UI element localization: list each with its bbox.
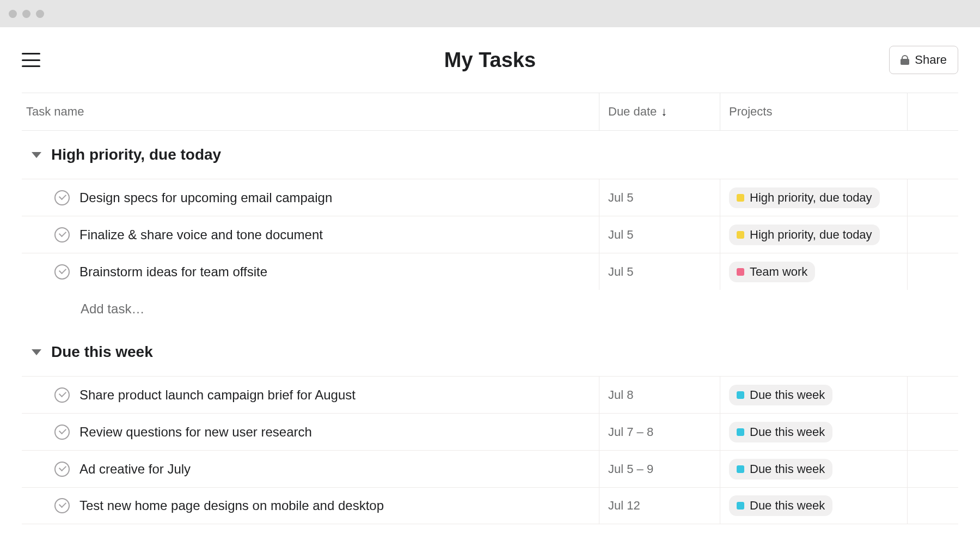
section-header[interactable]: High priority, due today <box>22 146 958 179</box>
project-pill[interactable]: Team work <box>729 262 815 282</box>
task-name: Ad creative for July <box>79 462 191 477</box>
row-spacer <box>907 451 958 487</box>
task-row[interactable]: Share product launch campaign brief for … <box>22 376 958 413</box>
project-pill[interactable]: High priority, due today <box>729 225 880 245</box>
task-row[interactable]: Brainstorm ideas for team offsiteJul 5Te… <box>22 253 958 290</box>
complete-checkbox-icon[interactable] <box>54 227 70 242</box>
row-spacer <box>907 216 958 253</box>
row-spacer <box>907 414 958 450</box>
task-name: Test new home page designs on mobile and… <box>79 498 384 513</box>
complete-checkbox-icon[interactable] <box>54 462 70 477</box>
section-title: Due this week <box>51 343 153 361</box>
task-project-cell[interactable]: High priority, due today <box>720 216 907 253</box>
task-row[interactable]: Ad creative for JulyJul 5 – 9Due this we… <box>22 450 958 487</box>
task-due-date[interactable]: Jul 12 <box>599 488 720 524</box>
task-due-date[interactable]: Jul 5 <box>599 253 720 290</box>
traffic-light-close[interactable] <box>9 10 17 18</box>
window-chrome <box>0 0 980 27</box>
task-name: Review questions for new user research <box>79 424 312 440</box>
row-spacer <box>907 377 958 413</box>
add-task-input[interactable]: Add task… <box>22 290 958 328</box>
project-color-dot <box>737 502 744 510</box>
project-color-dot <box>737 268 744 276</box>
row-spacer <box>907 179 958 216</box>
project-label: High priority, due today <box>750 228 872 242</box>
task-project-cell[interactable]: Due this week <box>720 377 907 413</box>
task-due-date[interactable]: Jul 5 <box>599 179 720 216</box>
menu-icon[interactable] <box>22 53 40 67</box>
project-label: Team work <box>750 265 807 279</box>
task-project-cell[interactable]: High priority, due today <box>720 179 907 216</box>
section: Due this weekShare product launch campai… <box>22 328 958 524</box>
task-row[interactable]: Test new home page designs on mobile and… <box>22 487 958 524</box>
topbar: My Tasks Share <box>22 27 958 93</box>
task-name: Brainstorm ideas for team offsite <box>79 264 267 280</box>
task-project-cell[interactable]: Team work <box>720 253 907 290</box>
project-pill[interactable]: Due this week <box>729 422 832 442</box>
column-due-date[interactable]: Due date↓ <box>608 105 667 119</box>
task-project-cell[interactable]: Due this week <box>720 414 907 450</box>
complete-checkbox-icon[interactable] <box>54 190 70 205</box>
table-header: Task name Due date↓ Projects <box>22 93 958 131</box>
complete-checkbox-icon[interactable] <box>54 424 70 440</box>
task-project-cell[interactable]: Due this week <box>720 451 907 487</box>
task-row[interactable]: Finalize & share voice and tone document… <box>22 216 958 253</box>
task-due-date[interactable]: Jul 5 <box>599 216 720 253</box>
project-color-dot <box>737 194 744 202</box>
page-title: My Tasks <box>444 48 536 72</box>
sort-desc-icon: ↓ <box>661 105 667 119</box>
share-button-label: Share <box>915 53 947 67</box>
traffic-light-zoom[interactable] <box>36 10 44 18</box>
caret-down-icon[interactable] <box>32 152 41 158</box>
row-spacer <box>907 488 958 524</box>
project-color-dot <box>737 465 744 473</box>
column-task-name[interactable]: Task name <box>26 105 84 118</box>
project-color-dot <box>737 391 744 399</box>
column-projects[interactable]: Projects <box>729 105 772 119</box>
complete-checkbox-icon[interactable] <box>54 498 70 513</box>
task-name: Share product launch campaign brief for … <box>79 387 356 403</box>
project-label: Due this week <box>750 388 825 402</box>
task-name: Design specs for upcoming email campaign <box>79 190 332 205</box>
section-header[interactable]: Due this week <box>22 343 958 376</box>
project-label: Due this week <box>750 425 825 439</box>
caret-down-icon[interactable] <box>32 349 41 355</box>
row-spacer <box>907 253 958 290</box>
project-pill[interactable]: High priority, due today <box>729 187 880 208</box>
project-color-dot <box>737 231 744 239</box>
project-label: High priority, due today <box>750 191 872 205</box>
task-project-cell[interactable]: Due this week <box>720 488 907 524</box>
project-pill[interactable]: Due this week <box>729 459 832 480</box>
task-row[interactable]: Review questions for new user researchJu… <box>22 413 958 450</box>
project-color-dot <box>737 428 744 436</box>
section: High priority, due todayDesign specs for… <box>22 131 958 328</box>
project-pill[interactable]: Due this week <box>729 385 832 405</box>
project-pill[interactable]: Due this week <box>729 495 832 516</box>
project-label: Due this week <box>750 462 825 476</box>
task-name: Finalize & share voice and tone document <box>79 227 323 242</box>
share-button[interactable]: Share <box>889 46 958 74</box>
lock-icon <box>901 55 909 65</box>
task-due-date[interactable]: Jul 8 <box>599 377 720 413</box>
project-label: Due this week <box>750 499 825 513</box>
task-due-date[interactable]: Jul 5 – 9 <box>599 451 720 487</box>
complete-checkbox-icon[interactable] <box>54 387 70 403</box>
section-title: High priority, due today <box>51 146 221 163</box>
task-due-date[interactable]: Jul 7 – 8 <box>599 414 720 450</box>
complete-checkbox-icon[interactable] <box>54 264 70 280</box>
traffic-light-minimize[interactable] <box>22 10 30 18</box>
task-row[interactable]: Design specs for upcoming email campaign… <box>22 179 958 216</box>
